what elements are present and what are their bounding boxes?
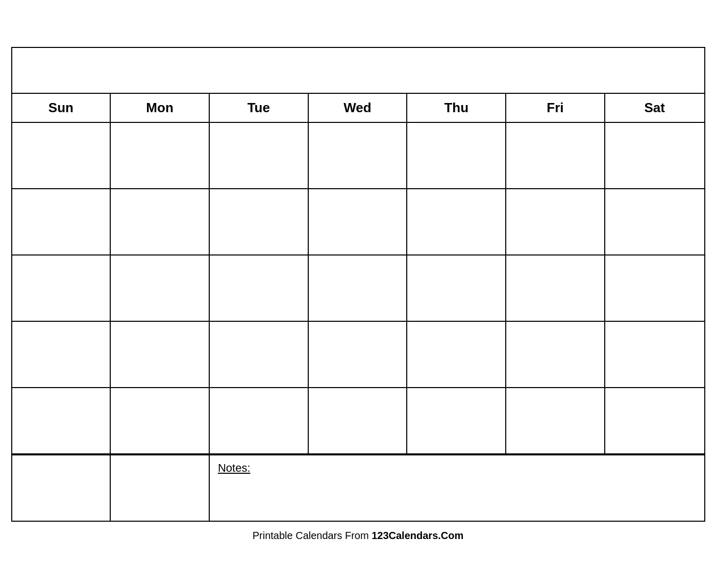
calendar-container: Sun Mon Tue Wed Thu Fri Sat xyxy=(11,47,705,522)
cell-2-3[interactable] xyxy=(210,189,309,254)
header-thu: Thu xyxy=(407,94,506,122)
calendar-body: Notes: xyxy=(12,123,704,521)
cell-4-3[interactable] xyxy=(210,322,309,387)
footer-brand: 123Calendars.Com xyxy=(372,530,463,541)
cell-1-4[interactable] xyxy=(309,123,408,188)
cell-5-5[interactable] xyxy=(407,388,506,453)
cell-1-7[interactable] xyxy=(605,123,704,188)
calendar-row-3 xyxy=(12,255,704,322)
cell-2-5[interactable] xyxy=(407,189,506,254)
cell-5-6[interactable] xyxy=(506,388,605,453)
cell-5-1[interactable] xyxy=(12,388,111,453)
cell-3-3[interactable] xyxy=(210,255,309,321)
cell-4-4[interactable] xyxy=(309,322,408,387)
calendar-title-row xyxy=(12,48,704,94)
cell-2-1[interactable] xyxy=(12,189,111,254)
cell-4-5[interactable] xyxy=(407,322,506,387)
notes-empty-cell-2 xyxy=(111,455,210,521)
cell-2-6[interactable] xyxy=(506,189,605,254)
footer: Printable Calendars From 123Calendars.Co… xyxy=(253,530,464,542)
header-wed: Wed xyxy=(309,94,408,122)
cell-3-5[interactable] xyxy=(407,255,506,321)
cell-2-2[interactable] xyxy=(111,189,210,254)
calendar-row-2 xyxy=(12,189,704,255)
notes-label: Notes: xyxy=(218,462,251,474)
cell-3-1[interactable] xyxy=(12,255,111,321)
cell-1-6[interactable] xyxy=(506,123,605,188)
header-sat: Sat xyxy=(605,94,704,122)
cell-3-6[interactable] xyxy=(506,255,605,321)
cell-4-7[interactable] xyxy=(605,322,704,387)
cell-1-5[interactable] xyxy=(407,123,506,188)
header-fri: Fri xyxy=(506,94,605,122)
header-mon: Mon xyxy=(111,94,210,122)
cell-3-7[interactable] xyxy=(605,255,704,321)
calendar-row-5 xyxy=(12,388,704,454)
header-sun: Sun xyxy=(12,94,111,122)
cell-3-2[interactable] xyxy=(111,255,210,321)
footer-text: Printable Calendars From xyxy=(253,530,372,541)
cell-2-7[interactable] xyxy=(605,189,704,254)
cell-4-6[interactable] xyxy=(506,322,605,387)
notes-empty-cell-1 xyxy=(12,455,111,521)
cell-1-2[interactable] xyxy=(111,123,210,188)
calendar-header: Sun Mon Tue Wed Thu Fri Sat xyxy=(12,94,704,123)
cell-4-1[interactable] xyxy=(12,322,111,387)
cell-3-4[interactable] xyxy=(309,255,408,321)
cell-5-3[interactable] xyxy=(210,388,309,453)
calendar-row-1 xyxy=(12,123,704,189)
cell-5-4[interactable] xyxy=(309,388,408,453)
notes-content-cell[interactable]: Notes: xyxy=(210,455,704,521)
calendar-row-4 xyxy=(12,322,704,388)
cell-1-3[interactable] xyxy=(210,123,309,188)
cell-1-1[interactable] xyxy=(12,123,111,188)
notes-row: Notes: xyxy=(12,454,704,521)
header-tue: Tue xyxy=(210,94,309,122)
cell-4-2[interactable] xyxy=(111,322,210,387)
cell-2-4[interactable] xyxy=(309,189,408,254)
cell-5-7[interactable] xyxy=(605,388,704,453)
cell-5-2[interactable] xyxy=(111,388,210,453)
